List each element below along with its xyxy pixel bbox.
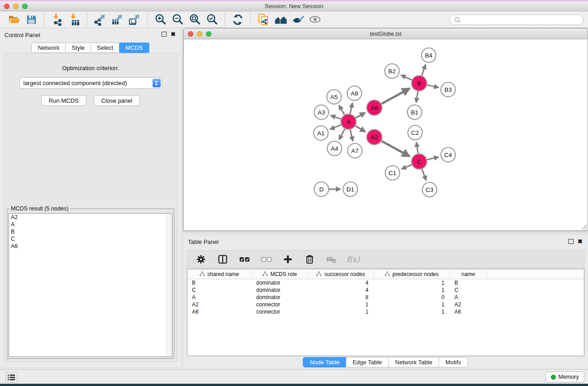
float-panel-icon[interactable] <box>162 32 167 37</box>
zoom-out-icon[interactable] <box>170 12 185 27</box>
mcds-result-list[interactable]: A2ABCA6 <box>9 213 172 357</box>
graph-edge-B-B4[interactable] <box>422 65 425 76</box>
table-settings-icon[interactable] <box>195 253 207 266</box>
graph-edge-A-A2[interactable] <box>355 126 365 132</box>
node-table[interactable]: shared nameMCDS rolesuccessor nodesprede… <box>187 269 584 356</box>
home-icon[interactable] <box>273 12 288 27</box>
graph-node-C1[interactable]: C1 <box>385 166 400 180</box>
graph-node-B1[interactable]: B1 <box>407 105 422 119</box>
graph-edge-A-A5[interactable] <box>339 105 344 115</box>
network-canvas[interactable]: B4B2BB3A5A8A6B1A3AA1C2A2A4A7C4CC1DD1C3 <box>184 39 588 230</box>
graph-edge-A-A8[interactable] <box>350 103 353 114</box>
open-file-icon[interactable] <box>6 12 22 27</box>
network-window-titlebar[interactable]: testGlobe.txt <box>184 29 588 39</box>
tab-select[interactable]: Select <box>91 43 120 53</box>
column-header-shared-name[interactable]: shared name <box>187 269 252 279</box>
table-row[interactable]: Cdominator41C <box>187 286 584 294</box>
graph-node-A7[interactable]: A7 <box>348 143 362 158</box>
search-input[interactable] <box>461 16 583 24</box>
graph-node-D[interactable]: D <box>314 182 329 196</box>
graph-edge-A-A7[interactable] <box>350 130 353 141</box>
graph-node-B2[interactable]: B2 <box>385 64 399 78</box>
graph-node-C4[interactable]: C4 <box>441 148 455 162</box>
criterion-dropdown[interactable]: largest connected component (directed) <box>19 77 162 89</box>
graph-node-A1[interactable]: A1 <box>314 126 328 140</box>
export-network-icon[interactable] <box>92 12 108 27</box>
table-tab-motifs[interactable]: Motifs <box>439 357 468 367</box>
graph-node-B[interactable]: B <box>411 76 427 91</box>
function-builder-icon[interactable]: f(x) <box>347 253 359 266</box>
graph-node-A2[interactable]: A2 <box>367 129 382 145</box>
graph-edge-A-A1[interactable] <box>330 125 341 129</box>
table-row[interactable]: Bdominator41B <box>187 279 584 286</box>
graph-node-A[interactable]: A <box>341 114 356 129</box>
zoom-fit-icon[interactable] <box>187 12 202 27</box>
graph-node-C2[interactable]: C2 <box>408 125 422 140</box>
graph-node-A5[interactable]: A5 <box>327 90 341 104</box>
copy-network-icon[interactable] <box>256 12 271 27</box>
export-image-icon[interactable] <box>127 12 142 27</box>
table-columns-icon[interactable] <box>216 253 229 266</box>
close-panel-icon[interactable]: ✖ <box>171 32 176 37</box>
import-table-icon[interactable] <box>67 12 82 27</box>
graph-node-A3[interactable]: A3 <box>314 105 329 119</box>
resize-grip[interactable] <box>581 224 587 230</box>
table-row[interactable]: A6connector11A6 <box>187 308 584 315</box>
zoom-in-icon[interactable] <box>153 12 168 27</box>
delete-table-icon[interactable] <box>325 253 338 266</box>
close-table-panel-icon[interactable]: ✖ <box>578 239 583 244</box>
memory-button[interactable]: Memory <box>545 372 584 382</box>
graph-node-C[interactable]: C <box>411 154 427 169</box>
table-tab-node-table[interactable]: Node Table <box>303 357 346 367</box>
run-mcds-button[interactable]: Run MCDS <box>41 95 86 106</box>
tab-network[interactable]: Network <box>31 43 66 53</box>
graph-edge-C-C3[interactable] <box>422 169 426 181</box>
table-tab-network-table[interactable]: Network Table <box>388 357 439 367</box>
graph-edge-B-B1[interactable] <box>416 91 418 103</box>
import-network-icon[interactable] <box>49 12 65 27</box>
graph-edge-A-A4[interactable] <box>339 129 344 140</box>
graph-edge-B-B3[interactable] <box>427 85 439 87</box>
column-header-MCDS-role[interactable]: MCDS role <box>252 269 308 279</box>
graph-node-A4[interactable]: A4 <box>327 141 342 156</box>
graph-edge-A6-B[interactable] <box>382 88 410 104</box>
show-details-icon[interactable] <box>307 12 323 27</box>
mcds-result-item[interactable]: B <box>9 228 172 235</box>
column-header-successor-nodes[interactable]: successor nodes <box>308 269 374 279</box>
save-session-icon[interactable] <box>24 12 39 27</box>
hide-details-icon[interactable] <box>290 12 306 27</box>
close-panel-button[interactable]: Close panel <box>94 95 140 106</box>
graph-edge-B-B2[interactable] <box>401 75 412 80</box>
delete-row-icon[interactable] <box>303 253 316 266</box>
graph-edge-A2-C[interactable] <box>382 141 410 157</box>
graph-node-B3[interactable]: B3 <box>441 82 455 97</box>
graph-node-A6[interactable]: A6 <box>367 100 382 115</box>
tab-style[interactable]: Style <box>65 43 91 53</box>
graph-node-D1[interactable]: D1 <box>343 182 358 196</box>
column-header-predecessor-nodes[interactable]: predecessor nodes <box>374 269 450 279</box>
export-table-icon[interactable] <box>110 12 125 27</box>
graph-node-C3[interactable]: C3 <box>422 182 437 197</box>
graph-edge-C-C4[interactable] <box>427 157 439 160</box>
graph-edge-C-C2[interactable] <box>416 143 418 154</box>
tab-mcds[interactable]: MCDS <box>119 43 149 53</box>
mcds-result-item[interactable]: C <box>9 235 172 243</box>
zoom-selected-icon[interactable] <box>204 12 220 27</box>
float-table-panel-icon[interactable] <box>569 239 574 244</box>
graph-node-B4[interactable]: B4 <box>421 48 436 62</box>
mcds-list-scrollbar[interactable] <box>166 214 172 357</box>
column-header-name[interactable]: name <box>450 269 487 279</box>
graph-edge-A-A3[interactable] <box>331 115 341 119</box>
mcds-result-item[interactable]: A <box>9 221 172 228</box>
add-row-icon[interactable] <box>282 253 294 266</box>
table-row[interactable]: Adominator80A <box>187 294 584 301</box>
graph-node-A8[interactable]: A8 <box>347 86 362 100</box>
deselect-all-icon[interactable] <box>260 253 272 266</box>
graph-edge-C-C1[interactable] <box>402 165 411 169</box>
mcds-result-item[interactable]: A6 <box>9 243 172 250</box>
table-row[interactable]: A2connector11A2 <box>187 301 584 308</box>
graph-edge-A-A6[interactable] <box>356 113 365 118</box>
refresh-icon[interactable] <box>230 12 245 27</box>
table-tab-edge-table[interactable]: Edge Table <box>346 357 389 367</box>
task-history-icon[interactable] <box>5 372 17 382</box>
